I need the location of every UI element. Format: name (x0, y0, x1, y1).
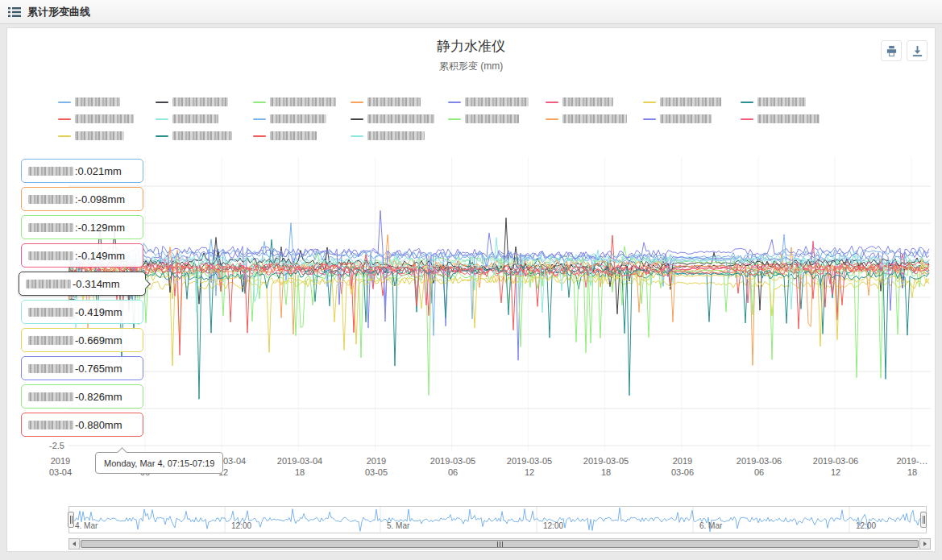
legend-label-redacted (75, 114, 134, 123)
export-buttons (881, 40, 927, 61)
plot-area[interactable] (68, 157, 931, 452)
value-tooltip: -0.669mm (21, 328, 143, 352)
legend-item[interactable] (741, 97, 838, 107)
legend-item[interactable] (351, 114, 448, 124)
legend-item[interactable] (643, 114, 741, 124)
legend-item[interactable] (58, 114, 156, 124)
x-axis-label: 2019-…18 (876, 455, 942, 478)
print-button[interactable] (881, 40, 902, 61)
x-axis-label: 2019-03-0612 (799, 455, 872, 478)
legend-label-redacted (660, 97, 721, 106)
legend-label-redacted (465, 97, 529, 106)
legend-item[interactable] (741, 114, 838, 124)
legend-marker-line (253, 118, 266, 120)
scrollbar-left-button[interactable] (68, 538, 80, 550)
legend-marker-line (156, 102, 168, 103)
tooltip-value: -0.419mm (75, 306, 122, 318)
tooltip-value: -0.669mm (75, 334, 122, 346)
navigator-series (68, 506, 927, 533)
legend-item[interactable] (156, 97, 253, 107)
navigator-handle-left[interactable] (68, 512, 74, 528)
tooltip-value: :-0.129mm (75, 222, 125, 234)
tooltip-value: :-0.098mm (75, 193, 125, 205)
series-name-redacted (28, 336, 73, 345)
legend-item[interactable] (58, 131, 156, 141)
legend-marker-line (253, 102, 266, 103)
value-tooltip: -0.314mm (19, 272, 146, 296)
legend-item[interactable] (351, 131, 448, 141)
legend-item[interactable] (253, 131, 351, 141)
navigator[interactable]: 4. Mar12:005. Mar12:006. Mar12:00 (68, 506, 927, 533)
legend-label-redacted (562, 97, 613, 106)
legend-item[interactable] (156, 131, 253, 141)
legend-label-redacted (465, 114, 519, 123)
legend-item[interactable] (58, 97, 156, 107)
list-icon (8, 6, 21, 18)
legend-marker-line (156, 118, 168, 120)
legend-item[interactable] (546, 114, 643, 124)
legend-item[interactable] (156, 114, 253, 124)
value-tooltip: -0.419mm (21, 300, 143, 324)
chart-stage: 静力水准仪 累积形变 (mm) 累计形变 -2.5 201903-042019-… (0, 24, 942, 560)
legend-marker-line (253, 135, 266, 137)
legend-item[interactable] (448, 97, 546, 107)
legend-marker-line (546, 102, 558, 103)
x-axis-label: 2019-03-0518 (570, 455, 642, 478)
series-name-redacted (28, 223, 73, 232)
value-tooltip: :-0.098mm (21, 187, 143, 211)
legend-label-redacted (757, 114, 820, 123)
scrollbar-thumb[interactable] (81, 540, 919, 548)
download-button[interactable] (907, 40, 927, 61)
legend-item[interactable] (448, 114, 546, 124)
legend-label-redacted (172, 97, 228, 106)
tooltip-value: :0.021mm (75, 165, 122, 177)
legend-marker-line (643, 102, 656, 103)
navigator-label: 12:00 (856, 521, 876, 530)
series-name-redacted (28, 195, 73, 204)
x-axis-label: 2019-03-0506 (417, 455, 489, 478)
legend-label-redacted (660, 114, 712, 123)
legend-marker-line (546, 118, 558, 120)
series-name-redacted (28, 364, 73, 373)
scrollbar-grip (497, 541, 503, 547)
tooltip-value: -0.765mm (75, 363, 122, 375)
navigator-label: 4. Mar (75, 521, 98, 530)
legend-label-redacted (270, 114, 326, 123)
chart-title: 静力水准仪 (0, 37, 942, 56)
legend-item[interactable] (643, 97, 741, 107)
series-name-redacted (28, 167, 73, 176)
legend-label-redacted (75, 97, 120, 106)
x-axis-label: 201903-06 (646, 455, 719, 478)
legend-label-redacted (367, 97, 421, 106)
shared-tooltip: Monday, Mar 4, 07:15-07:19 (95, 452, 223, 474)
shared-tooltip-text: Monday, Mar 4, 07:15-07:19 (104, 458, 214, 468)
legend-label-redacted (562, 114, 627, 123)
series-name-redacted (28, 251, 73, 260)
tooltip-value: -0.314mm (73, 278, 120, 290)
navigator-label: 12:00 (231, 521, 251, 530)
value-tooltip: :-0.149mm (21, 243, 143, 268)
download-icon (911, 45, 923, 57)
legend-item[interactable] (351, 97, 448, 107)
legend-item[interactable] (253, 97, 351, 107)
legend-marker-line (448, 102, 461, 103)
series-name-redacted (28, 392, 73, 401)
tooltip-value: -0.880mm (75, 419, 122, 431)
legend-marker-line (643, 118, 656, 120)
series-name-redacted (28, 308, 73, 317)
scrollbar-track[interactable] (80, 538, 919, 550)
right-arrow-icon (923, 541, 927, 546)
legend-item[interactable] (546, 97, 643, 107)
navigator-handle-right[interactable] (920, 512, 927, 528)
tooltip-value: -0.826mm (75, 391, 122, 403)
value-tooltip: -0.880mm (21, 413, 143, 437)
chart-subtitle: 累积形变 (mm) (0, 60, 942, 73)
legend-marker-line (156, 135, 168, 137)
legend-label-redacted (757, 97, 806, 106)
legend-item[interactable] (253, 114, 351, 124)
legend-marker-line (741, 102, 753, 103)
tooltip-value: :-0.149mm (75, 250, 125, 262)
scrollbar-right-button[interactable] (919, 538, 931, 550)
legend-marker-line (351, 102, 363, 103)
value-tooltip: -0.826mm (21, 384, 143, 409)
